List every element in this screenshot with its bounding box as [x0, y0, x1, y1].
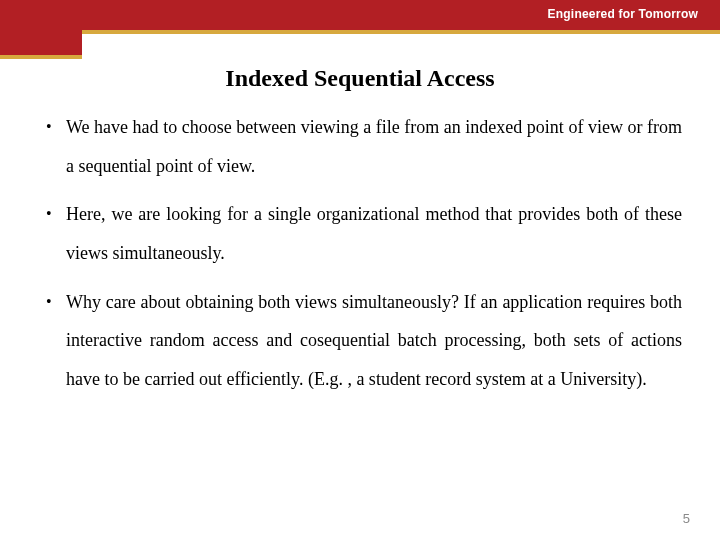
page-title: Indexed Sequential Access — [0, 65, 720, 92]
list-item: Here, we are looking for a single organi… — [42, 195, 682, 272]
header-accent-underline — [0, 55, 82, 59]
header-underline — [0, 30, 720, 34]
content-body: We have had to choose between viewing a … — [42, 108, 682, 409]
header-accent-box — [0, 0, 82, 55]
slide: Engineered for Tomorrow Indexed Sequenti… — [0, 0, 720, 540]
list-item: We have had to choose between viewing a … — [42, 108, 682, 185]
page-number: 5 — [683, 511, 690, 526]
list-item: Why care about obtaining both views simu… — [42, 283, 682, 399]
header-tagline: Engineered for Tomorrow — [548, 7, 698, 21]
bullet-list: We have had to choose between viewing a … — [42, 108, 682, 399]
header-band: Engineered for Tomorrow — [0, 0, 720, 30]
